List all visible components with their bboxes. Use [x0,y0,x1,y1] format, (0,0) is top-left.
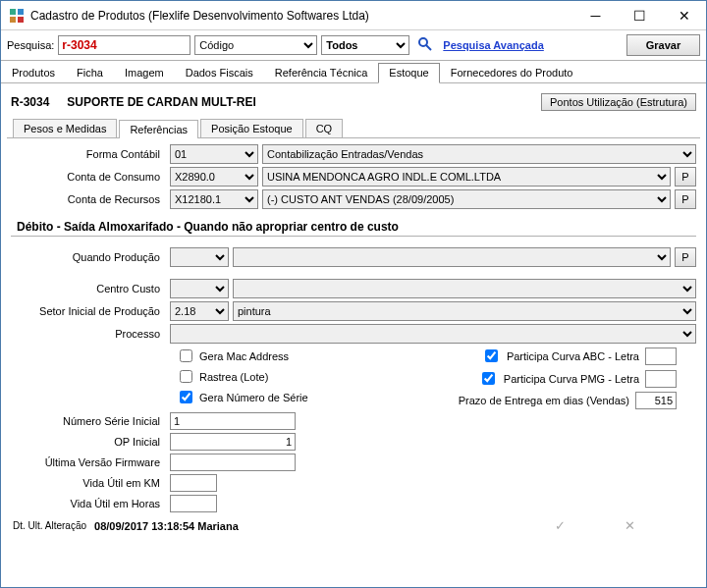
pontos-utilizacao-button[interactable]: Pontos Utilização (Estrutura) [541,93,696,111]
search-field-combo[interactable]: Código [194,35,317,55]
subtab-pesos[interactable]: Pesos e Medidas [13,119,117,137]
quando-code-combo[interactable] [170,247,229,267]
row-centro-custo: Centro Custo [11,279,696,298]
tab-imagem[interactable]: Imagem [114,63,175,82]
consumo-desc-combo[interactable]: USINA MENDONCA AGRO INDL.E COML.LTDA [262,167,671,187]
row-forma-contabil: Forma Contábil 01 Contabilização Entrada… [11,144,696,164]
chk-abc[interactable] [485,349,498,362]
label-quando: Quando Produção [11,251,166,263]
consumo-p-button[interactable]: P [675,167,696,187]
prazo-label: Prazo de Entrega em dias (Vendas) [459,395,629,406]
consumo-code-combo[interactable]: X2890.0 [170,167,258,187]
chk-serie-row[interactable]: Gera Número de Série [176,388,308,406]
row-firmware: Última Versão Firmware [11,454,696,471]
search-bar: Pesquisa: Código Todos Pesquisa Avançada… [1,30,706,61]
label-centro: Centro Custo [11,283,166,294]
forma-desc-combo[interactable]: Contabilização Entradas/Vendas [262,144,696,164]
setor-code-combo[interactable]: 2.18 [170,301,229,321]
label-opinicial: OP Inicial [11,436,166,448]
label-vidahoras: Vida Útil em Horas [11,498,166,509]
label-setor: Setor Inicial de Produção [11,305,166,317]
sub-tabstrip: Pesos e Medidas Referências Posição Esto… [7,119,700,138]
svg-line-5 [426,45,431,50]
label-numserie: Número Série Inicial [11,415,166,427]
form-area: Forma Contábil 01 Contabilização Entrada… [1,138,706,512]
subtab-referencias[interactable]: Referências [119,120,198,138]
vidahoras-input[interactable] [170,495,217,512]
svg-rect-0 [10,9,16,15]
quando-p-button[interactable]: P [675,247,696,267]
search-scope-combo[interactable]: Todos [321,35,409,55]
forma-code-combo[interactable]: 01 [170,144,258,164]
prazo-input[interactable] [635,392,677,409]
chk-lote-label: Rastrea (Lote) [199,371,268,383]
product-header: R-3034 SUPORTE DE CARDAN MULT-REI Pontos… [1,83,706,119]
centro-desc-combo[interactable] [233,279,696,298]
recursos-code-combo[interactable]: X12180.1 [170,189,258,209]
processo-combo[interactable] [170,324,696,344]
tab-dados-fiscais[interactable]: Dados Fiscais [175,63,264,82]
label-forma: Forma Contábil [11,148,166,160]
tab-ref-tecnica[interactable]: Referência Técnica [264,63,379,82]
section-title: Débito - Saída Almoxarifado - Quando não… [11,212,696,237]
tab-ficha[interactable]: Ficha [66,63,114,82]
right-check-col: Participa Curva ABC - Letra Participa Cu… [459,347,696,409]
tab-produtos[interactable]: Produtos [1,63,66,82]
advanced-search-link[interactable]: Pesquisa Avançada [443,39,544,51]
chk-serie-label: Gera Número de Série [199,392,308,403]
search-label: Pesquisa: [7,39,54,51]
subtab-posicao[interactable]: Posição Estoque [200,119,303,137]
label-recursos: Conta de Recursos [11,193,166,205]
chk-lote[interactable] [180,370,192,383]
chk-pmg[interactable] [482,372,495,385]
app-window: Cadastro de Produtos (Flexlife Desenvolv… [0,0,707,588]
left-check-col: Gera Mac Address Rastrea (Lote) Gera Núm… [176,347,308,409]
check-icon[interactable]: ✓ [555,518,566,533]
maximize-button[interactable]: ☐ [618,1,662,29]
opinicial-input[interactable] [170,433,296,451]
numserie-input[interactable] [170,412,296,430]
chk-serie[interactable] [180,391,192,403]
tab-estoque[interactable]: Estoque [378,63,439,83]
setor-desc-combo[interactable]: pintura [233,301,696,321]
cancel-icon[interactable]: ✕ [625,518,635,533]
row-vidahoras: Vida Útil em Horas [11,495,696,512]
app-icon [9,8,25,24]
row-quando-producao: Quando Produção P [11,247,696,267]
minimize-button[interactable]: ─ [573,1,618,29]
row-opinicial: OP Inicial [11,433,696,451]
row-conta-consumo: Conta de Consumo X2890.0 USINA MENDONCA … [11,167,696,187]
quando-desc-combo[interactable] [233,247,671,267]
chk-mac-label: Gera Mac Address [199,350,289,362]
close-button[interactable]: ✕ [662,1,706,29]
centro-code-combo[interactable] [170,279,229,298]
abc-letra-input[interactable] [645,347,677,365]
svg-rect-1 [18,9,24,15]
alt-label: Dt. Ult. Alteração [13,520,86,531]
subtab-cq[interactable]: CQ [305,119,344,137]
search-input[interactable] [58,35,190,55]
label-processo: Processo [11,328,166,340]
chk-mac[interactable] [180,349,192,362]
pmg-letra-input[interactable] [645,370,677,388]
recursos-p-button[interactable]: P [675,189,696,209]
row-processo: Processo [11,324,696,344]
label-consumo: Conta de Consumo [11,171,166,183]
tab-fornecedores[interactable]: Fornecedores do Produto [440,63,584,82]
titlebar: Cadastro de Produtos (Flexlife Desenvolv… [1,1,706,30]
recursos-desc-combo[interactable]: (-) CUSTO ANT VENDAS (28/09/2005) [262,189,671,209]
row-setor-inicial: Setor Inicial de Produção 2.18 pintura [11,301,696,321]
main-tabstrip: Produtos Ficha Imagem Dados Fiscais Refe… [1,61,706,83]
row-numserie: Número Série Inicial [11,412,696,430]
row-conta-recursos: Conta de Recursos X12180.1 (-) CUSTO ANT… [11,189,696,209]
save-button[interactable]: Gravar [626,34,700,56]
chk-mac-row[interactable]: Gera Mac Address [176,347,308,365]
vidakm-input[interactable] [170,474,217,492]
chk-lote-row[interactable]: Rastrea (Lote) [176,367,308,386]
chk-pmg-label: Participa Curva PMG - Letra [504,373,639,385]
firmware-input[interactable] [170,454,296,471]
alt-value: 08/09/2017 13:18:54 Mariana [94,520,239,532]
window-title: Cadastro de Produtos (Flexlife Desenvolv… [30,9,573,23]
checkbox-area: Gera Mac Address Rastrea (Lote) Gera Núm… [11,347,696,409]
product-name: SUPORTE DE CARDAN MULT-REI [67,95,255,109]
